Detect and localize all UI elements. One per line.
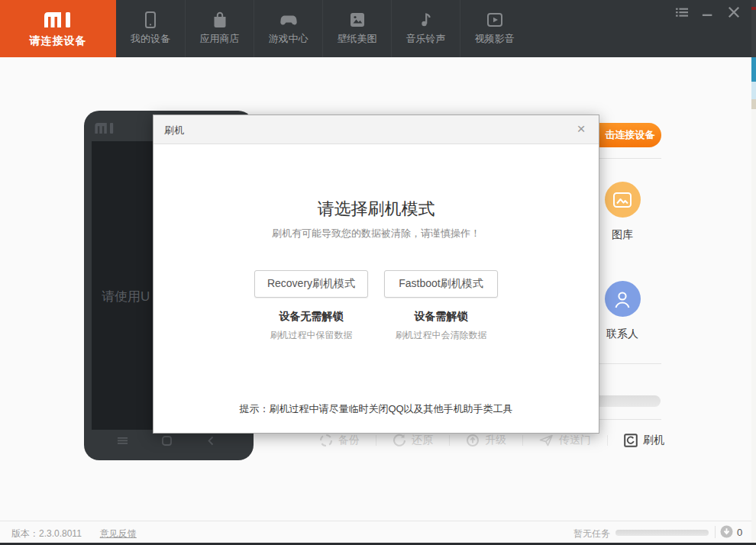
music-icon (417, 11, 435, 29)
header: 请连接设备 我的设备 应用商店 (0, 0, 751, 57)
divider (599, 158, 661, 159)
status-bar: 版本：2.3.0.8011 意见反馈 暂无任务 0 (0, 521, 751, 543)
mode-recovery: Recovery刷机模式 设备无需解锁 刷机过程中保留数据 (247, 270, 376, 342)
toolbar-label: 还原 (412, 434, 433, 447)
tab-label: 我的设备 (116, 32, 185, 46)
mi-logo-icon (44, 12, 72, 27)
divider (599, 419, 661, 420)
shortcut-label: 图库 (599, 228, 646, 242)
dialog-titlebar: 刷机 × (153, 115, 599, 144)
mode-subtitle: 设备需解锁 (376, 310, 506, 324)
home-logo-block[interactable]: 请连接设备 (0, 0, 116, 57)
dialog-heading: 请选择刷机模式 (153, 198, 599, 221)
feedback-link[interactable]: 意见反馈 (100, 527, 137, 540)
wallpaper-icon (348, 11, 367, 29)
gallery-icon (612, 191, 632, 209)
status-left: 版本：2.3.0.8011 意见反馈 (11, 527, 137, 540)
toolbar-label: 升级 (485, 434, 506, 447)
toolbar-label: 传送门 (559, 434, 591, 447)
task-status-text: 暂无任务 (573, 527, 610, 540)
store-icon (211, 11, 229, 29)
contacts-icon (612, 289, 632, 309)
minimize-icon[interactable] (701, 6, 715, 18)
close-icon[interactable] (727, 6, 741, 18)
restore-icon (393, 434, 406, 447)
toolbar-label: 备份 (338, 434, 360, 447)
task-progress-bar (615, 530, 709, 536)
connect-status-text: 请连接设备 (0, 34, 116, 48)
toolbar-backup-button[interactable]: 备份 (319, 434, 360, 447)
shortcut-gallery[interactable]: 图库 (599, 182, 646, 242)
tab-label: 游戏中心 (254, 32, 322, 46)
fastboot-mode-button[interactable]: Fastboot刷机模式 (384, 270, 498, 298)
tab-my-device[interactable]: 我的设备 (116, 0, 185, 57)
toolbar-upgrade-button[interactable]: 升级 (466, 434, 506, 447)
back-icon (208, 436, 214, 446)
divider (607, 435, 608, 446)
version-text: 版本：2.3.0.8011 (11, 527, 82, 540)
dialog-warning: 刷机有可能导致您的数据被清除，请谨慎操作！ (153, 227, 599, 240)
phone-mi-logo-icon (95, 123, 115, 134)
divider (449, 435, 450, 446)
window-controls (675, 6, 741, 18)
shortcut-label: 联系人 (599, 327, 646, 341)
menu-icon[interactable] (675, 6, 689, 18)
video-icon (486, 11, 504, 29)
tab-video[interactable]: 视频影音 (460, 0, 528, 57)
divider (522, 435, 523, 446)
tab-game-center[interactable]: 游戏中心 (254, 0, 322, 57)
close-icon[interactable]: × (573, 121, 590, 137)
gallery-circle (605, 182, 641, 218)
divider (715, 526, 716, 538)
upgrade-icon (466, 434, 480, 447)
recovery-mode-button[interactable]: Recovery刷机模式 (254, 270, 368, 298)
toolbar-restore-button[interactable]: 还原 (393, 434, 433, 447)
download-icon[interactable] (720, 525, 733, 538)
toolbar-flash-button[interactable]: 刷机 (624, 434, 664, 447)
shortcut-contacts[interactable]: 联系人 (599, 281, 646, 341)
phone-nav-bar (84, 436, 254, 447)
home-icon (162, 436, 172, 446)
divider (599, 363, 661, 364)
dialog-title: 刷机 (164, 124, 184, 137)
download-count: 0 (737, 527, 742, 538)
tab-label: 应用商店 (186, 32, 254, 46)
mode-subtitle: 设备无需解锁 (247, 310, 376, 324)
dialog-hint: 提示：刷机过程中请尽量临时关闭QQ以及其他手机助手类工具 (153, 402, 599, 416)
connect-device-label: 击连接设备 (606, 128, 655, 142)
connect-device-button[interactable]: 击连接设备 (599, 123, 661, 147)
game-icon (279, 11, 298, 29)
flash-icon (624, 434, 638, 447)
mode-options: Recovery刷机模式 设备无需解锁 刷机过程中保留数据 Fastboot刷机… (153, 270, 599, 342)
app-window: 请连接设备 我的设备 应用商店 (0, 0, 756, 545)
tab-wallpaper[interactable]: 壁纸美图 (322, 0, 391, 57)
flash-mode-dialog: 刷机 × 请选择刷机模式 刷机有可能导致您的数据被清除，请谨慎操作！ Recov… (153, 114, 599, 434)
portal-icon (539, 434, 554, 447)
device-icon (141, 11, 160, 29)
tab-label: 壁纸美图 (323, 32, 391, 46)
mode-fastboot: Fastboot刷机模式 设备需解锁 刷机过程中会清除数据 (376, 270, 506, 342)
contacts-circle (605, 281, 641, 317)
tab-app-store[interactable]: 应用商店 (185, 0, 254, 57)
tab-label: 音乐铃声 (392, 32, 460, 46)
tab-label: 视频影音 (460, 32, 528, 46)
toolbar-label: 刷机 (643, 434, 664, 447)
mode-note: 刷机过程中会清除数据 (376, 329, 506, 342)
toolbar-portal-button[interactable]: 传送门 (539, 434, 591, 447)
divider (376, 435, 376, 446)
mi-suite-window: 请连接设备 我的设备 应用商店 (0, 0, 751, 543)
backup-icon (319, 434, 333, 447)
menu-icon (118, 436, 128, 445)
phone-screen-text: 请使用U (102, 288, 150, 305)
tab-music[interactable]: 音乐铃声 (391, 0, 460, 57)
main-tabs: 我的设备 应用商店 游戏中心 (116, 0, 528, 57)
mode-note: 刷机过程中保留数据 (247, 329, 376, 342)
